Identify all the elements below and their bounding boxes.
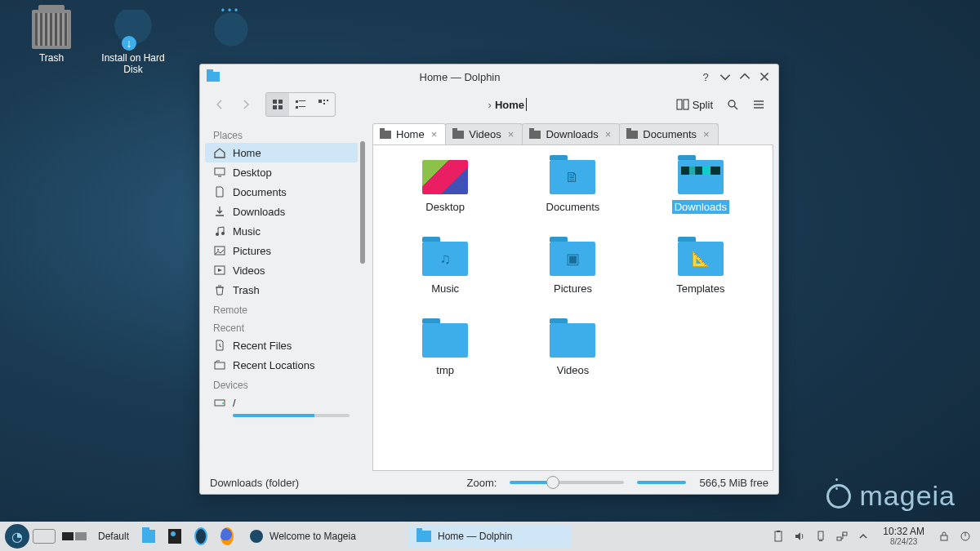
tab-close-icon[interactable]: × xyxy=(506,128,516,140)
sidebar-item-recent-locations[interactable]: Recent Locations xyxy=(205,355,358,375)
folder-music[interactable]: ♫Music xyxy=(388,242,502,320)
sidebar-item-pictures[interactable]: Pictures xyxy=(205,241,358,260)
sidebar-scrollbar[interactable] xyxy=(358,125,368,466)
back-button[interactable] xyxy=(208,93,231,116)
tab-documents[interactable]: Documents× xyxy=(619,123,718,144)
desktop-icon-trash[interactable]: Trash xyxy=(15,10,88,64)
titlebar[interactable]: Home — Dolphin ? xyxy=(200,64,778,89)
clock[interactable]: 10:32 AM 8/24/23 xyxy=(878,527,929,546)
folder-templates[interactable]: 📐Templates xyxy=(644,242,758,320)
app-icon xyxy=(207,72,220,82)
trash-icon xyxy=(32,10,71,49)
folder-desktop[interactable]: Desktop xyxy=(388,160,502,238)
close-button[interactable] xyxy=(757,69,772,84)
device-tray-icon[interactable] xyxy=(814,530,827,543)
tab-videos[interactable]: Videos× xyxy=(445,123,523,144)
sidebar-item-downloads[interactable]: Downloads xyxy=(205,202,358,221)
launcher-konqueror[interactable] xyxy=(189,525,212,548)
sidebar-item-recent-files[interactable]: Recent Files xyxy=(205,335,358,355)
desktop-switcher[interactable]: Default xyxy=(93,525,134,548)
task-dolphin[interactable]: Home — Dolphin xyxy=(408,525,572,548)
sidebar-item-label: Recent Files xyxy=(233,340,292,352)
desktop-label: Default xyxy=(98,531,129,542)
folder-label: tmp xyxy=(434,363,457,377)
folder-icon: ♫ xyxy=(422,242,468,276)
install-icon xyxy=(114,10,153,49)
desktop-icon xyxy=(213,166,226,179)
folder-videos[interactable]: Videos xyxy=(515,323,630,402)
folder-icon: 🗎 xyxy=(550,160,595,194)
desktop-icon-install[interactable]: Install on Hard Disk xyxy=(96,10,170,75)
places-header: Places xyxy=(205,125,358,143)
pager-1[interactable] xyxy=(62,532,74,540)
sidebar-item-documents[interactable]: Documents xyxy=(205,182,358,202)
help-button[interactable]: ? xyxy=(698,69,713,84)
sidebar-item-home[interactable]: Home xyxy=(205,143,358,162)
tab-home[interactable]: Home× xyxy=(372,123,446,144)
breadcrumb-item[interactable]: Home xyxy=(495,99,524,111)
launcher-dolphin[interactable] xyxy=(137,525,160,548)
recent-files-icon xyxy=(213,339,226,352)
svg-rect-7 xyxy=(299,106,305,107)
sidebar-item-desktop[interactable]: Desktop xyxy=(205,162,358,182)
maximize-button[interactable] xyxy=(737,69,752,84)
dolphin-icon xyxy=(142,530,155,543)
recent-header: Recent xyxy=(205,318,358,335)
svg-rect-2 xyxy=(273,105,277,109)
folder-tmp[interactable]: tmp xyxy=(388,323,502,402)
zoom-slider[interactable] xyxy=(510,481,624,484)
folder-downloads[interactable]: Downloads xyxy=(644,160,758,238)
show-desktop-button[interactable] xyxy=(33,529,56,544)
tray-expand-icon[interactable] xyxy=(857,530,870,543)
breadcrumb[interactable]: › Home xyxy=(344,98,668,111)
tab-bar: Home× Videos× Downloads× Documents× xyxy=(368,120,778,144)
folder-documents[interactable]: 🗎Documents xyxy=(515,160,630,238)
folder-label: Pictures xyxy=(551,282,595,295)
tab-downloads[interactable]: Downloads× xyxy=(522,123,620,144)
sidebar-item-music[interactable]: Music xyxy=(205,221,358,241)
tab-close-icon[interactable]: × xyxy=(702,128,711,140)
clock-time: 10:32 AM xyxy=(883,527,924,537)
app-launcher-button[interactable]: ◔ xyxy=(5,524,29,549)
firefox-icon xyxy=(220,527,234,545)
tab-close-icon[interactable]: × xyxy=(430,128,439,140)
folder-icon xyxy=(452,131,464,139)
clipboard-tray-icon[interactable] xyxy=(772,530,785,543)
documents-icon xyxy=(213,185,226,198)
folder-label: Videos xyxy=(555,363,592,377)
pager-2[interactable] xyxy=(75,532,87,540)
power-tray-icon[interactable] xyxy=(959,530,972,543)
split-button[interactable]: Split xyxy=(671,98,718,111)
sidebar-item-root[interactable]: / xyxy=(205,393,358,412)
folder-pictures[interactable]: ▣Pictures xyxy=(515,242,630,320)
task-label: Welcome to Mageia xyxy=(270,531,356,542)
file-view[interactable]: Desktop 🗎Documents Downloads ♫Music ▣Pic… xyxy=(372,144,773,471)
hamburger-menu-button[interactable] xyxy=(747,93,770,116)
drive-icon xyxy=(213,396,226,409)
minimize-button[interactable] xyxy=(718,69,733,84)
zoom-handle[interactable] xyxy=(546,476,559,489)
compact-view-button[interactable] xyxy=(289,93,312,116)
sidebar-item-trash[interactable]: Trash xyxy=(205,280,358,300)
svg-rect-6 xyxy=(296,106,298,109)
pictures-icon xyxy=(213,244,226,257)
downloads-icon xyxy=(213,205,226,218)
details-view-button[interactable] xyxy=(312,93,335,116)
toolbar: › Home Split xyxy=(200,89,778,120)
launcher-settings[interactable] xyxy=(163,525,186,548)
dolphin-window: Home — Dolphin ? › Home Split Places xyxy=(199,64,779,495)
launcher-firefox[interactable] xyxy=(216,525,238,548)
volume-tray-icon[interactable] xyxy=(793,530,806,543)
desktop-icon-live[interactable] xyxy=(194,10,268,52)
lock-tray-icon[interactable] xyxy=(938,530,951,543)
sidebar-item-videos[interactable]: Videos xyxy=(205,260,358,280)
forward-button[interactable] xyxy=(234,93,257,116)
pager[interactable] xyxy=(59,532,90,540)
svg-rect-30 xyxy=(941,535,947,540)
task-welcome[interactable]: Welcome to Mageia xyxy=(242,525,405,548)
scrollbar-thumb[interactable] xyxy=(360,141,365,264)
search-button[interactable] xyxy=(721,93,744,116)
tab-close-icon[interactable]: × xyxy=(604,128,613,140)
icons-view-button[interactable] xyxy=(266,93,289,116)
network-tray-icon[interactable] xyxy=(835,530,849,543)
